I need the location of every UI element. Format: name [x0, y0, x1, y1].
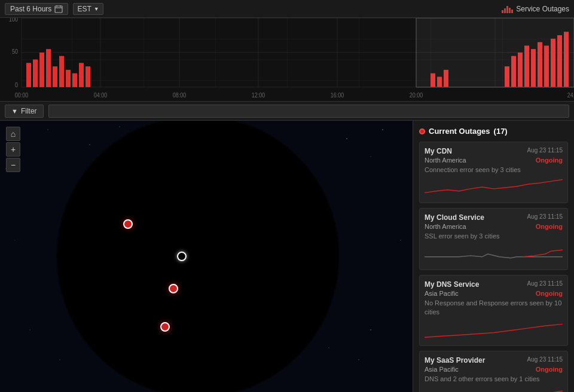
outage-marker-2[interactable] — [177, 252, 187, 261]
card-2-service: My Cloud Service — [425, 213, 484, 222]
svg-rect-17 — [33, 60, 38, 87]
timezone-label: EST — [77, 5, 91, 13]
svg-rect-0 — [55, 6, 62, 13]
svg-rect-21 — [59, 56, 64, 87]
card-4-status: Ongoing — [536, 366, 563, 373]
service-outages-label: Service Outages — [516, 5, 569, 13]
outage-marker-4[interactable] — [160, 322, 170, 332]
card-2-sparkline — [425, 245, 563, 263]
svg-rect-24 — [79, 63, 84, 87]
svg-rect-18 — [39, 53, 44, 87]
outage-card-1[interactable]: My CDN Aug 23 11:15 North America Ongoin… — [419, 142, 568, 203]
card-3-sparkline — [425, 321, 563, 339]
card-2-top-row: My Cloud Service Aug 23 11:15 — [425, 213, 563, 222]
map-controls: ⌂ + − — [6, 127, 20, 172]
svg-point-57 — [371, 157, 371, 157]
svg-rect-16 — [26, 63, 31, 87]
card-4-service: My SaaS Provider — [425, 356, 485, 365]
card-3-description: No Response and Response errors seen by … — [425, 299, 563, 317]
outage-card-2[interactable]: My Cloud Service Aug 23 11:15 North Amer… — [419, 208, 568, 270]
card-4-region: Asia Pacific — [425, 366, 459, 373]
filter-bar: ▼ Filter — [0, 102, 574, 121]
svg-point-63 — [14, 240, 15, 240]
globe — [51, 121, 344, 392]
card-2-status: Ongoing — [536, 223, 563, 230]
svg-rect-22 — [66, 70, 71, 87]
chevron-down-icon: ▼ — [94, 6, 99, 12]
card-4-timestamp: Aug 23 11:15 — [527, 356, 563, 363]
svg-point-56 — [346, 138, 347, 139]
svg-point-71 — [57, 121, 338, 392]
svg-text:100: 100 — [9, 18, 19, 23]
calendar-icon — [54, 5, 63, 13]
card-3-service: My DNS Service — [425, 280, 479, 289]
sidebar-title: Current Outages — [429, 127, 490, 136]
card-3-mid-row: Asia Pacific Ongoing — [425, 290, 563, 297]
outage-marker-1[interactable] — [123, 219, 133, 229]
card-1-top-row: My CDN Aug 23 11:15 — [425, 147, 563, 155]
svg-rect-20 — [53, 66, 57, 87]
card-4-description: DNS and 2 other errors seen by 1 cities — [425, 375, 563, 384]
svg-text:12:00: 12:00 — [252, 92, 265, 99]
filter-input[interactable] — [48, 105, 569, 118]
svg-point-58 — [382, 129, 383, 130]
time-range-button[interactable]: Past 6 Hours — [5, 3, 68, 15]
svg-text:50: 50 — [12, 48, 19, 56]
svg-text:0: 0 — [15, 81, 19, 88]
home-button[interactable]: ⌂ — [6, 127, 20, 141]
outage-count: (17) — [494, 127, 508, 136]
svg-text:00:00: 00:00 — [15, 92, 29, 99]
card-1-mid-row: North America Ongoing — [425, 157, 563, 164]
outage-card-3[interactable]: My DNS Service Aug 23 11:15 Asia Pacific… — [419, 275, 568, 346]
card-3-status: Ongoing — [536, 290, 563, 297]
svg-point-65 — [401, 240, 401, 241]
zoom-out-button[interactable]: − — [6, 158, 20, 172]
sidebar: Current Outages (17) My CDN Aug 23 11:15… — [413, 121, 574, 392]
card-1-status: Ongoing — [536, 157, 563, 164]
outage-marker-3[interactable] — [169, 284, 178, 293]
svg-text:20:00: 20:00 — [410, 92, 423, 99]
card-4-top-row: My SaaS Provider Aug 23 11:15 — [425, 356, 563, 365]
filter-icon: ▼ — [11, 108, 18, 115]
card-4-mid-row: Asia Pacific Ongoing — [425, 366, 563, 373]
card-1-sparkline — [425, 178, 563, 196]
outage-indicator-dot — [419, 128, 425, 134]
time-range-label: Past 6 Hours — [10, 5, 51, 13]
card-2-description: SSL error seen by 3 cities — [425, 232, 563, 241]
card-3-top-row: My DNS Service Aug 23 11:15 — [425, 280, 563, 289]
outages-chart[interactable]: 100 50 0 00:00 04:00 08:00 12:00 16:00 2… — [0, 18, 574, 101]
svg-text:04:00: 04:00 — [94, 92, 108, 99]
chart-area: 100 50 0 00:00 04:00 08:00 12:00 16:00 2… — [0, 18, 574, 102]
main-content: ⌂ + − Current Outages (17) My CDN Aug 23… — [0, 121, 574, 392]
svg-text:08:00: 08:00 — [173, 92, 187, 99]
timezone-selector[interactable]: EST ▼ — [73, 3, 103, 15]
card-1-description: Connection error seen by 3 cities — [425, 166, 563, 174]
card-1-region: North America — [425, 157, 466, 164]
bar-chart-icon — [502, 5, 513, 13]
svg-text:24:00: 24:00 — [567, 92, 574, 99]
top-bar: Past 6 Hours EST ▼ Service Outages — [0, 0, 574, 18]
svg-point-59 — [29, 329, 30, 330]
svg-rect-25 — [86, 66, 90, 87]
filter-button[interactable]: ▼ Filter — [5, 105, 44, 118]
card-3-region: Asia Pacific — [425, 290, 459, 297]
filter-label: Filter — [21, 107, 37, 115]
card-3-timestamp: Aug 23 11:15 — [527, 280, 563, 287]
card-2-mid-row: North America Ongoing — [425, 223, 563, 230]
zoom-in-button[interactable]: + — [6, 142, 20, 157]
svg-point-64 — [370, 329, 371, 330]
service-outages-legend: Service Outages — [502, 5, 569, 13]
map-area: ⌂ + − — [0, 121, 413, 392]
sidebar-header: Current Outages (17) — [419, 127, 568, 136]
svg-text:16:00: 16:00 — [331, 92, 344, 99]
card-4-sparkline — [425, 387, 563, 392]
card-2-timestamp: Aug 23 11:15 — [527, 213, 563, 220]
card-1-service: My CDN — [425, 147, 452, 155]
card-2-region: North America — [425, 223, 466, 230]
svg-rect-23 — [72, 74, 77, 87]
svg-rect-19 — [46, 49, 51, 87]
card-1-timestamp: Aug 23 11:15 — [527, 147, 563, 154]
svg-rect-39 — [416, 18, 574, 87]
svg-point-61 — [358, 359, 359, 360]
outage-card-4[interactable]: My SaaS Provider Aug 23 11:15 Asia Pacif… — [419, 351, 568, 392]
